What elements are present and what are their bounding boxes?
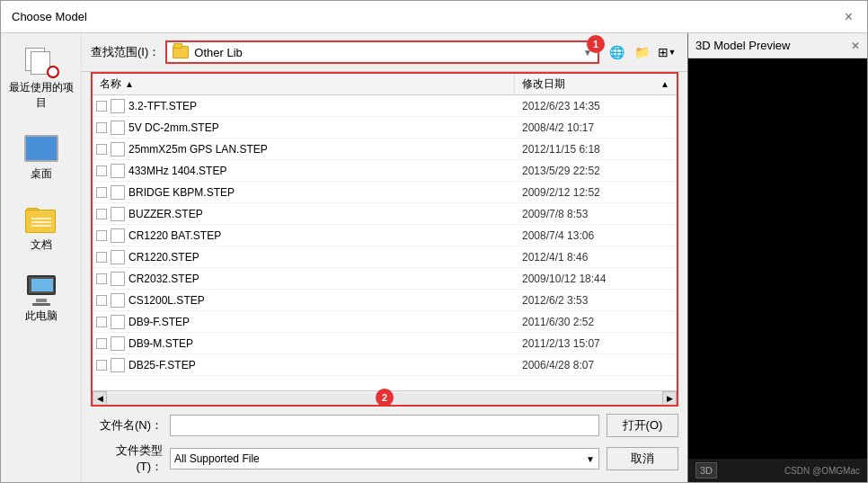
file-date: 2012/6/2 3:53 [515, 294, 677, 307]
file-type-icon [111, 336, 125, 351]
horizontal-scrollbar[interactable]: ◀ ▶ 2 [93, 390, 677, 405]
toolbar-icons: 🌐 📁 ⊞ ▼ [605, 40, 678, 64]
scroll-left-button[interactable]: ◀ [93, 391, 107, 406]
sort-name-icon: ▲ [125, 79, 134, 89]
preview-close-button[interactable]: ✕ [851, 40, 860, 52]
filename-row: 文件名(N)： 打开(O) [91, 414, 678, 437]
badge-1: 1 [587, 35, 605, 53]
folder-icon [173, 46, 189, 58]
table-row[interactable]: 3.2-TFT.STEP 2012/6/23 14:35 [93, 95, 677, 117]
file-type-icon [111, 121, 125, 135]
file-date: 2011/6/30 2:52 [515, 316, 677, 328]
file-checkbox[interactable] [93, 144, 111, 155]
file-type-icon [111, 293, 125, 308]
close-button[interactable]: × [841, 8, 856, 26]
sidebar: 最近使用的项目 桌面 [1, 33, 82, 482]
file-type-icon [111, 250, 125, 264]
scroll-right-button[interactable]: ▶ [662, 391, 677, 406]
file-date: 2012/11/15 6:18 [515, 143, 677, 156]
file-list-container: 名称 ▲ 修改日期 ▲ 3.2-TFT.STEP 2012/6/23 14:35 [91, 72, 678, 407]
grid-icon: ⊞ [658, 45, 669, 59]
file-checkbox[interactable] [93, 273, 111, 284]
file-name: DB9-M.STEP [128, 337, 515, 350]
file-name: CR1220 BAT.STEP [128, 229, 515, 242]
preview-footer: 3D CSDN @OMGMac [688, 459, 867, 482]
sidebar-item-recent[interactable]: 最近使用的项目 [5, 42, 77, 114]
filetype-row: 文件类型(T)： All Supported File ▼ 取消 [91, 443, 678, 475]
recent-icon [23, 46, 59, 78]
file-name: DB9-F.STEP [128, 316, 515, 328]
file-type-icon [111, 207, 125, 221]
file-date: 2008/4/2 10:17 [515, 121, 677, 134]
file-name: 3.2-TFT.STEP [128, 100, 515, 112]
table-row[interactable]: DB9-F.STEP 2011/6/30 2:52 [93, 311, 677, 333]
table-row[interactable]: BUZZER.STEP 2009/7/8 8:53 [93, 203, 677, 225]
computer-label: 此电脑 [25, 309, 58, 324]
navigate-back-button[interactable]: 🌐 [605, 40, 628, 64]
column-name-header[interactable]: 名称 ▲ [93, 74, 515, 94]
preview-title: 3D Model Preview [695, 39, 791, 52]
table-row[interactable]: 25mmX25m GPS LAN.STEP 2012/11/15 6:18 [93, 139, 677, 160]
documents-icon [23, 203, 59, 236]
open-button[interactable]: 打开(O) [607, 414, 678, 437]
file-date: 2011/2/13 15:07 [515, 337, 677, 350]
file-type-icon [111, 142, 125, 157]
table-row[interactable]: BRIDGE KBPM.STEP 2009/2/12 12:52 [93, 182, 677, 203]
file-name: DB25-F.STEP [128, 359, 515, 371]
table-row[interactable]: CS1200L.STEP 2012/6/2 3:53 [93, 290, 677, 311]
filetype-select[interactable]: All Supported File ▼ [170, 448, 599, 470]
table-row[interactable]: DB9-M.STEP 2011/2/13 15:07 [93, 333, 677, 354]
file-date: 2009/10/12 18:44 [515, 273, 677, 285]
choose-model-dialog: Choose Model × 最近使用的项目 [0, 0, 868, 483]
file-name: CR2032.STEP [128, 273, 515, 285]
file-name: BUZZER.STEP [128, 208, 515, 220]
table-row[interactable]: CR1220.STEP 2012/4/1 8:46 [93, 246, 677, 268]
filename-input[interactable] [170, 415, 599, 436]
preview-header: 3D Model Preview ✕ [688, 33, 867, 58]
file-checkbox[interactable] [93, 187, 111, 198]
file-checkbox[interactable] [93, 230, 111, 241]
table-row[interactable]: 433MHz 1404.STEP 2013/5/29 22:52 [93, 160, 677, 182]
documents-label: 文档 [31, 237, 52, 253]
table-row[interactable]: DB25-F.STEP 2006/4/28 8:07 [93, 354, 677, 376]
file-name: BRIDGE KBPM.STEP [128, 186, 515, 199]
dialog-title: Choose Model [12, 10, 87, 23]
navigate-up-button[interactable]: 📁 [630, 40, 653, 64]
file-type-icon [111, 358, 125, 372]
file-checkbox[interactable] [93, 252, 111, 263]
sidebar-item-desktop[interactable]: 桌面 [5, 129, 77, 185]
center-area: 查找范围(I)： Other Lib ▼ 1 🌐 📁 [82, 33, 687, 482]
filename-label: 文件名(N)： [91, 417, 163, 434]
location-dropdown[interactable]: Other Lib ▼ 1 [165, 40, 599, 64]
bottom-form: 文件名(N)： 打开(O) 文件类型(T)： All Supported Fil… [82, 407, 687, 482]
view-options-button[interactable]: ⊞ ▼ [655, 40, 678, 64]
file-checkbox[interactable] [93, 338, 111, 349]
preview-panel: 3D Model Preview ✕ 3D CSDN @OMGMac [687, 33, 867, 482]
filetype-dropdown-icon: ▼ [586, 454, 595, 464]
file-checkbox[interactable] [93, 122, 111, 133]
file-checkbox[interactable] [93, 101, 111, 112]
file-checkbox[interactable] [93, 360, 111, 371]
file-checkbox[interactable] [93, 165, 111, 176]
sidebar-item-computer[interactable]: 此电脑 [5, 271, 77, 327]
file-checkbox[interactable] [93, 295, 111, 306]
file-name: 433MHz 1404.STEP [128, 165, 515, 177]
sidebar-item-documents[interactable]: 文档 [5, 200, 77, 256]
file-checkbox[interactable] [93, 209, 111, 219]
table-row[interactable]: 5V DC-2mm.STEP 2008/4/2 10:17 [93, 117, 677, 139]
3d-badge: 3D [695, 462, 717, 479]
file-name: CS1200L.STEP [128, 294, 515, 307]
table-row[interactable]: CR2032.STEP 2009/10/12 18:44 [93, 268, 677, 290]
file-date: 2009/2/12 12:52 [515, 186, 677, 199]
file-date: 2012/4/1 8:46 [515, 251, 677, 264]
file-list-body[interactable]: 3.2-TFT.STEP 2012/6/23 14:35 5V DC-2mm.S… [93, 95, 677, 390]
column-date-header[interactable]: 修改日期 ▲ [515, 74, 677, 94]
file-date: 2012/6/23 14:35 [515, 100, 677, 112]
file-type-icon [111, 315, 125, 329]
file-type-icon [111, 185, 125, 200]
file-date: 2008/7/4 13:06 [515, 229, 677, 242]
cancel-button[interactable]: 取消 [607, 447, 678, 470]
file-type-icon [111, 99, 125, 113]
table-row[interactable]: CR1220 BAT.STEP 2008/7/4 13:06 [93, 225, 677, 246]
file-checkbox[interactable] [93, 317, 111, 327]
